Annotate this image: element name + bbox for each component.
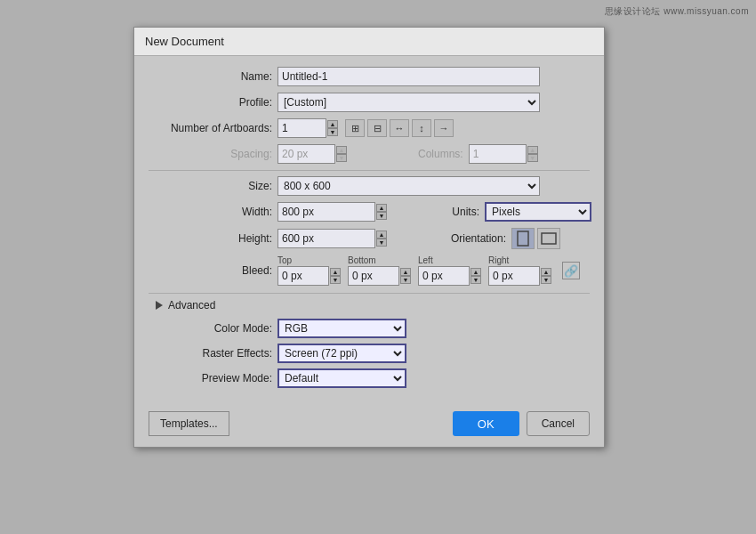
new-document-dialog: New Document Name: Profile: [Custom] Pri… [133, 27, 605, 448]
watermark: 思缘设计论坛 www.missyuan.com [605, 5, 749, 18]
bleed-label: Bleed: [149, 264, 277, 277]
cancel-button[interactable]: Cancel [527, 411, 590, 436]
profile-row: Profile: [Custom] Print Web Mobile [149, 93, 590, 112]
width-row: Width: ▲ ▼ Units: Pixels Inches Millimet… [149, 202, 590, 222]
advanced-toggle[interactable]: Advanced [149, 299, 590, 312]
artboard-arrange-down-icon[interactable]: ↕ [412, 119, 431, 137]
height-spinner-group: ▲ ▼ [277, 229, 387, 248]
advanced-triangle-icon [156, 301, 163, 310]
columns-spinner-group: ▲ ▼ [469, 144, 538, 164]
bleed-top-input[interactable] [277, 266, 329, 286]
bleed-bottom-input[interactable] [348, 266, 399, 286]
raster-label: Raster Effects: [149, 347, 277, 360]
name-input[interactable] [277, 67, 540, 86]
bleed-bottom-spinner[interactable]: ▲ ▼ [400, 268, 411, 284]
bleed-bottom-group: Bottom ▲ ▼ [348, 255, 411, 286]
bleed-top-label: Top [277, 255, 292, 265]
bleed-right-group: Right ▲ ▼ [488, 255, 551, 286]
bleed-link-icon[interactable]: 🔗 [562, 262, 580, 279]
dialog-body: Name: Profile: [Custom] Print Web Mobile… [134, 56, 604, 402]
artboard-grid-col-icon[interactable]: ⊟ [367, 119, 387, 137]
color-mode-label: Color Mode: [149, 322, 277, 335]
spacing-spinner: ▲ ▼ [336, 146, 347, 162]
separator-1 [149, 170, 590, 171]
bleed-left-label: Left [418, 255, 433, 265]
dialog-title: New Document [134, 28, 604, 56]
preview-label: Preview Mode: [149, 372, 277, 384]
bleed-right-input[interactable] [488, 266, 540, 286]
columns-spin-up: ▲ [527, 146, 538, 154]
spacing-row: Spacing: ▲ ▼ Columns: ▲ ▼ [149, 144, 590, 164]
width-spinner[interactable]: ▲ ▼ [376, 204, 387, 220]
artboards-spinner[interactable]: ▲ ▼ [327, 120, 338, 136]
spacing-spin-up: ▲ [336, 146, 347, 154]
size-row: Size: 800 x 600 1920 x 1080 Custom [149, 176, 590, 196]
artboards-row: Number of Artboards: ▲ ▼ ⊞ ⊟ ↔ ↕ → [149, 118, 590, 138]
size-select[interactable]: 800 x 600 1920 x 1080 Custom [277, 176, 540, 196]
columns-spin-down: ▼ [527, 154, 538, 162]
width-label: Width: [149, 206, 277, 218]
bleed-inputs: Top ▲ ▼ Bottom [277, 255, 580, 286]
bleed-left-group: Left ▲ ▼ [418, 255, 481, 286]
orientation-portrait-btn[interactable] [511, 228, 535, 249]
orientation-landscape-btn[interactable] [537, 228, 560, 249]
height-spin-up[interactable]: ▲ [376, 231, 387, 239]
ok-button[interactable]: OK [453, 411, 519, 436]
svg-rect-1 [542, 233, 556, 244]
bleed-top-spinner[interactable]: ▲ ▼ [330, 268, 341, 284]
width-spinner-group: ▲ ▼ [277, 202, 387, 222]
artboard-arrange-right-icon[interactable]: ↔ [390, 119, 409, 137]
profile-select[interactable]: [Custom] Print Web Mobile [277, 93, 540, 112]
color-mode-row: Color Mode: RGB CMYK Grayscale [149, 319, 590, 338]
bleed-row: Bleed: Top ▲ ▼ Bottom [149, 255, 590, 286]
size-label: Size: [149, 180, 277, 192]
spacing-input [277, 144, 335, 164]
name-label: Name: [149, 70, 277, 83]
artboards-spin-up[interactable]: ▲ [327, 120, 338, 128]
artboards-spin-down[interactable]: ▼ [327, 128, 338, 136]
columns-label: Columns: [418, 148, 469, 160]
separator-2 [149, 293, 590, 294]
svg-rect-0 [518, 231, 528, 246]
units-label: Units: [440, 206, 485, 218]
height-label: Height: [149, 232, 277, 245]
spacing-spinner-group: ▲ ▼ [277, 144, 347, 164]
dialog-footer: Templates... OK Cancel [134, 402, 604, 447]
columns-spinner: ▲ ▼ [527, 146, 538, 162]
artboard-grid-icon[interactable]: ⊞ [345, 119, 365, 137]
templates-button[interactable]: Templates... [149, 411, 229, 436]
raster-row: Raster Effects: Screen (72 ppi) Medium (… [149, 344, 590, 363]
name-row: Name: [149, 67, 590, 86]
bleed-section: Bleed: Top ▲ ▼ Bottom [149, 255, 590, 286]
artboards-label: Number of Artboards: [149, 122, 277, 134]
columns-input [469, 144, 527, 164]
bleed-left-spinner[interactable]: ▲ ▼ [470, 268, 481, 284]
width-spin-up[interactable]: ▲ [376, 204, 387, 212]
height-row: Height: ▲ ▼ Orientation: [149, 228, 590, 249]
bleed-left-input[interactable] [418, 266, 470, 286]
spacing-spin-down: ▼ [336, 154, 347, 162]
units-select[interactable]: Pixels Inches Millimeters Centimeters Po… [485, 202, 591, 222]
bleed-right-spinner[interactable]: ▲ ▼ [541, 268, 551, 284]
bleed-right-label: Right [488, 255, 509, 265]
color-mode-select[interactable]: RGB CMYK Grayscale [277, 319, 406, 338]
raster-select[interactable]: Screen (72 ppi) Medium (150 ppi) High (3… [277, 344, 406, 363]
artboard-layout-icons: ⊞ ⊟ ↔ ↕ → [345, 119, 454, 137]
preview-select[interactable]: Default Pixel Overprint [277, 368, 406, 388]
artboard-arrow-icon[interactable]: → [434, 119, 454, 137]
artboards-spinner-group: ▲ ▼ [277, 118, 338, 138]
artboards-input[interactable] [277, 118, 326, 138]
height-input[interactable] [277, 229, 375, 248]
spacing-label: Spacing: [149, 148, 277, 160]
height-spin-down[interactable]: ▼ [376, 239, 387, 247]
units-group: Pixels Inches Millimeters Centimeters Po… [485, 202, 591, 222]
profile-label: Profile: [149, 96, 277, 109]
bleed-bottom-label: Bottom [348, 255, 376, 265]
width-spin-down[interactable]: ▼ [376, 212, 387, 220]
width-input[interactable] [277, 202, 375, 222]
height-spinner[interactable]: ▲ ▼ [376, 231, 387, 247]
orientation-label: Orientation: [440, 232, 511, 245]
bleed-top-group: Top ▲ ▼ [277, 255, 341, 286]
advanced-label: Advanced [168, 299, 215, 312]
preview-row: Preview Mode: Default Pixel Overprint [149, 368, 590, 388]
